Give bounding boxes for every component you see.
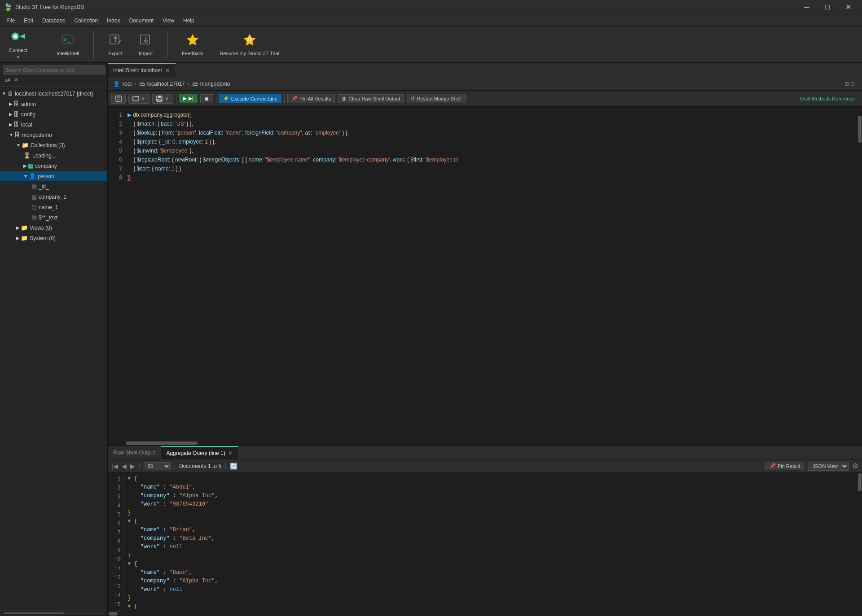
pin-results-button[interactable]: 📌 Pin All Results — [287, 94, 335, 103]
menu-document[interactable]: Document — [124, 16, 158, 26]
res-line-num-12: 12 — [111, 573, 121, 582]
open-file-button[interactable] — [111, 94, 126, 104]
collapse-2[interactable]: ▼ — [128, 518, 131, 524]
results-scrollbar-h[interactable] — [108, 612, 862, 616]
close-button[interactable]: ✕ — [838, 0, 858, 14]
collapse-4[interactable]: ▼ — [128, 603, 131, 610]
results-tab-bar: Raw Shell Output Aggregate Query (line 1… — [108, 446, 862, 459]
prev-page-button[interactable]: ◀ — [122, 463, 127, 470]
stop-button[interactable]: ⏹ — [200, 94, 213, 103]
editor-scrollbar-thumb-h[interactable] — [126, 441, 198, 445]
results-json[interactable]: ▼ { "name" : "Abdul", "company" : "Alpha… — [124, 473, 858, 612]
collapse-3[interactable]: ▼ — [128, 561, 131, 567]
tree-index-company1[interactable]: ▤ company_1 — [0, 192, 107, 202]
menu-file[interactable]: File — [2, 16, 19, 26]
connect-button[interactable]: Connect ▼ — [5, 28, 31, 61]
expand-arrow-person[interactable]: ▼ — [23, 174, 28, 179]
tree-db-mongodemo[interactable]: ▼ 🗄 mongodemo — [0, 130, 107, 140]
minimize-button[interactable]: ─ — [796, 0, 817, 14]
key-work-1: "work" — [141, 501, 160, 507]
tree-collection-person[interactable]: ▼ 👤 person — [0, 171, 107, 181]
aggregate-query-close[interactable]: ✕ — [228, 450, 233, 456]
tab-close-intellishell[interactable]: ✕ — [165, 67, 170, 74]
tab-raw-shell-output[interactable]: Raw Shell Output — [108, 446, 161, 459]
expand-arrow-views[interactable]: ▶ — [16, 225, 20, 230]
tree-connection-localhost[interactable]: ▼ 🖥 localhost localhost:27017 [direct] — [0, 88, 107, 99]
run-button[interactable]: ▶ ▶| — [179, 94, 198, 103]
collapse-1[interactable]: ▼ — [128, 476, 131, 482]
editor-scrollbar-thumb-v[interactable] — [858, 116, 862, 143]
search-case-button[interactable]: aA — [3, 76, 12, 83]
restart-shell-button[interactable]: ↺ Restart Mongo Shell — [407, 94, 466, 103]
intellishell-label: IntelliShell — [57, 51, 79, 56]
refresh-button[interactable]: 🔄 — [230, 463, 237, 470]
breadcrumb-mongodemo[interactable]: mongodemo — [200, 81, 230, 87]
expand-arrow-collections[interactable]: ▼ — [16, 143, 21, 148]
key-name-1: "name" — [141, 484, 160, 490]
expand-arrow-admin[interactable]: ▶ — [9, 101, 13, 106]
resume-trial-button[interactable]: 3T Resume my Studio 3T Trial — [216, 31, 282, 58]
search-input[interactable] — [3, 66, 105, 74]
maximize-button[interactable]: □ — [817, 0, 838, 14]
code-editor[interactable]: ▶ db.company.aggregate([ { $match: { bas… — [124, 107, 858, 441]
tree-folder-collections[interactable]: ▼ 📁 Collections (3) — [0, 140, 107, 150]
key-name-2: "name" — [141, 527, 160, 533]
expand-arrow-config[interactable]: ▶ — [9, 112, 13, 117]
res-json-line-13: "company" : "Alpha Inc", — [128, 577, 854, 585]
expand-arrow-system[interactable]: ▶ — [16, 236, 20, 240]
save-button[interactable]: ▼ — [152, 94, 173, 104]
menu-help[interactable]: Help — [179, 16, 199, 26]
svg-marker-11 — [187, 34, 198, 45]
settings-button[interactable]: ⚙ — [852, 462, 858, 470]
execute-button[interactable]: ⚡ Execute Current Line — [219, 94, 281, 103]
results-scrollbar-thumb-h[interactable] — [109, 612, 118, 616]
aggregate-query-label: Aggregate Query (line 1) — [166, 450, 225, 456]
export-button[interactable]: Export — [105, 31, 126, 58]
first-page-button[interactable]: |◀ — [111, 463, 118, 470]
menu-index[interactable]: Index — [102, 16, 124, 26]
results-scrollbar-thumb[interactable] — [858, 473, 862, 491]
tree-index-id[interactable]: ▤ _id_ — [0, 181, 107, 192]
editor-scrollbar-v[interactable] — [858, 107, 862, 441]
clear-shell-button[interactable]: 🗑 Clear Raw Shell Output — [338, 94, 404, 103]
svg-point-1 — [13, 35, 17, 38]
search-close-btn[interactable]: ✕ — [14, 77, 18, 83]
feedback-button[interactable]: Feedback — [178, 31, 207, 58]
tab-intellishell[interactable]: IntelliShell: localhost ✕ — [108, 63, 176, 77]
editor-scrollbar-h[interactable] — [108, 441, 862, 446]
tree-index-name1[interactable]: ▤ name_1 — [0, 202, 107, 212]
tree-db-local[interactable]: ▶ 🗄 local — [0, 119, 107, 130]
code-line-6: { $replaceRoot: { newRoot: { $mergeObjec… — [128, 155, 854, 164]
menu-edit[interactable]: Edit — [19, 16, 38, 26]
tree-collection-company[interactable]: ▶ ▦ company — [0, 161, 107, 171]
index-label-id: _id_ — [39, 183, 49, 190]
expand-arrow-local[interactable]: ▶ — [9, 122, 13, 127]
line-num-7: 7 — [111, 164, 122, 173]
page-size-select[interactable]: 10 25 50 100 200 — [144, 462, 171, 470]
expand-arrow-mongodemo[interactable]: ▼ — [9, 132, 13, 137]
breadcrumb-host[interactable]: localhost:27017 — [147, 81, 185, 87]
breadcrumb-grid-view-btn[interactable]: ⊞ ⊟ — [843, 80, 857, 88]
results-scrollbar-v[interactable] — [858, 473, 862, 612]
view-mode-select[interactable]: JSON View Table View Tree View — [808, 462, 849, 471]
expand-arrow-company[interactable]: ▶ — [23, 163, 27, 168]
expand-arrow-localhost[interactable]: ▼ — [2, 91, 6, 96]
tab-aggregate-query[interactable]: Aggregate Query (line 1) ✕ — [161, 446, 238, 459]
editor-toolbar: ▼ ▼ ▶ ▶| ⏹ ⚡ Execute Current Line 📌 — [108, 91, 862, 107]
menu-collection[interactable]: Collection — [70, 16, 102, 26]
res-json-line-1: ▼ { — [128, 475, 854, 483]
menu-database[interactable]: Database — [38, 16, 70, 26]
open-folder-button[interactable]: ▼ — [128, 94, 150, 104]
tree-index-text[interactable]: ▤ $**_text — [0, 212, 107, 223]
tree-folder-system[interactable]: ▶ 📁 System (0) — [0, 233, 107, 243]
import-button[interactable]: Import — [135, 31, 156, 58]
shell-methods-ref-link[interactable]: Shell Methods Reference — [796, 95, 858, 103]
tree-folder-views[interactable]: ▶ 📁 Views (0) — [0, 223, 107, 233]
tree-db-config[interactable]: ▶ 🗄 config — [0, 109, 107, 119]
menu-view[interactable]: View — [158, 16, 179, 26]
next-page-button[interactable]: ▶ — [130, 463, 135, 470]
breadcrumb-root[interactable]: root — [123, 81, 132, 87]
pin-result-button[interactable]: 📌 Pin Result — [765, 462, 804, 470]
tree-db-admin[interactable]: ▶ 🗄 admin — [0, 99, 107, 109]
intellishell-button[interactable]: >_ IntelliShell — [53, 31, 83, 58]
